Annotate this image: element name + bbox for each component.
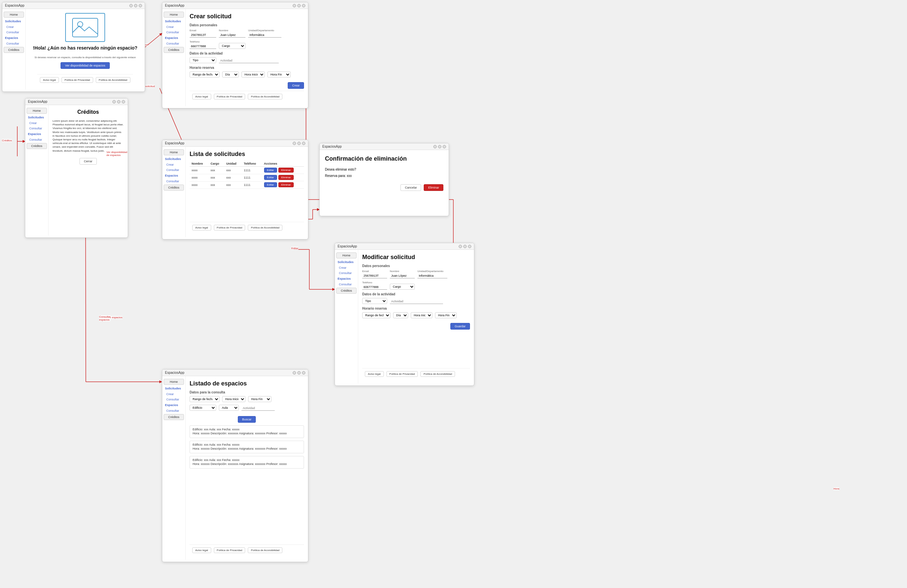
- espacios-hora-inicio-select[interactable]: Hora Inicio: [222, 396, 245, 402]
- modify-hora-inicio-select[interactable]: Hora Inicio: [411, 312, 433, 318]
- espacios-sidebar-consultar2-link[interactable]: Consultar: [163, 409, 184, 413]
- home-sidebar-home-btn[interactable]: Home: [4, 12, 24, 18]
- home-sidebar-consultar-link[interactable]: Consultar: [4, 30, 24, 34]
- modify-accesibilidad-btn[interactable]: Política de Accesibilidad: [420, 371, 455, 377]
- modify-hora-fin-select[interactable]: Hora Fin: [435, 312, 457, 318]
- credits-close-btn[interactable]: Cerrar: [80, 158, 97, 165]
- home-aviso-legal-btn[interactable]: Aviso legal: [40, 77, 59, 83]
- home-privacidad-btn[interactable]: Política de Privacidad: [61, 77, 93, 83]
- guardar-solicitud-btn[interactable]: Guardar: [450, 323, 470, 330]
- credits-sidebar-creditos-btn[interactable]: Créditos: [27, 143, 47, 149]
- hora-inicio-select[interactable]: Hora Inicio: [242, 72, 265, 77]
- delete-btn-2[interactable]: Eliminar: [278, 175, 294, 180]
- create-privacidad-btn[interactable]: Política de Privacidad: [214, 94, 245, 99]
- create-sidebar-crear-link[interactable]: Crear: [163, 25, 184, 29]
- maximize-btn[interactable]: [438, 145, 441, 148]
- delete-btn-1[interactable]: Eliminar: [278, 168, 294, 173]
- ver-disponibilidad-btn[interactable]: Ver disponibilidad de espacios: [61, 62, 109, 69]
- list-sidebar-consultar2-link[interactable]: Consultar: [163, 179, 184, 183]
- minimize-btn[interactable]: [112, 100, 116, 103]
- edit-btn-1[interactable]: Editar: [264, 168, 277, 173]
- create-sidebar-consultar-link[interactable]: Consultar: [163, 30, 184, 34]
- credits-sidebar-consultar-link[interactable]: Consultar: [27, 127, 47, 130]
- crear-solicitud-btn[interactable]: Crear: [288, 82, 304, 89]
- credits-sidebar-home-btn[interactable]: Home: [27, 108, 47, 114]
- edit-btn-2[interactable]: Editar: [264, 175, 277, 180]
- confirm-cancel-btn[interactable]: Cancelar: [401, 184, 421, 191]
- espacios-actividad-input[interactable]: [242, 406, 275, 411]
- hora-fin-select[interactable]: Hora Fin: [268, 72, 291, 77]
- maximize-btn[interactable]: [297, 371, 301, 375]
- telefono-input[interactable]: [189, 44, 216, 49]
- close-btn[interactable]: [139, 4, 142, 7]
- list-sidebar-crear-link[interactable]: Crear: [163, 163, 184, 167]
- list-sidebar-consultar-link[interactable]: Consultar: [163, 168, 184, 172]
- list-privacidad-btn[interactable]: Política de Privacidad: [214, 225, 245, 231]
- close-btn[interactable]: [302, 142, 305, 145]
- close-btn[interactable]: [443, 145, 446, 148]
- maximize-btn[interactable]: [117, 100, 120, 103]
- minimize-btn[interactable]: [293, 4, 296, 7]
- minimize-btn[interactable]: [459, 245, 462, 248]
- home-sidebar-crear-link[interactable]: Crear: [4, 25, 24, 29]
- maximize-btn[interactable]: [463, 245, 466, 248]
- close-btn[interactable]: [302, 4, 305, 7]
- minimize-btn[interactable]: [293, 142, 296, 145]
- cargo-select[interactable]: Cargo: [219, 43, 245, 49]
- espacios-accesibilidad-btn[interactable]: Política de Accesibilidad: [248, 548, 282, 553]
- confirm-delete-btn[interactable]: Eliminar: [424, 184, 443, 191]
- espacios-edificio-select[interactable]: Edificio: [189, 405, 216, 411]
- list-accesibilidad-btn[interactable]: Política de Accesibilidad: [248, 225, 282, 231]
- credits-sidebar-consultar2-link[interactable]: Consultar: [27, 138, 47, 142]
- espacios-aviso-legal-btn[interactable]: Aviso legal: [192, 548, 211, 553]
- tipo-select[interactable]: Tipo: [189, 57, 216, 63]
- list-sidebar-creditos-btn[interactable]: Créditos: [163, 184, 184, 191]
- espacios-aula-select[interactable]: Aula: [219, 405, 239, 411]
- create-sidebar-home-btn[interactable]: Home: [163, 12, 184, 18]
- close-btn[interactable]: [122, 100, 125, 103]
- edit-btn-3[interactable]: Editar: [264, 182, 277, 187]
- modify-unidad-input[interactable]: [417, 273, 447, 278]
- modify-aviso-legal-btn[interactable]: Aviso legal: [365, 371, 384, 377]
- close-btn[interactable]: [468, 245, 471, 248]
- maximize-btn[interactable]: [134, 4, 137, 7]
- home-accesibilidad-btn[interactable]: Política de Accesibilidad: [96, 77, 130, 83]
- minimize-btn[interactable]: [433, 145, 437, 148]
- modify-sidebar-consultar2-link[interactable]: Consultar: [336, 282, 357, 286]
- minimize-btn[interactable]: [130, 4, 133, 7]
- create-aviso-legal-btn[interactable]: Aviso legal: [192, 94, 211, 99]
- espacios-hora-fin-select[interactable]: Hora Fin: [248, 396, 271, 402]
- espacios-sidebar-home-btn[interactable]: Home: [163, 379, 184, 385]
- modify-cargo-select[interactable]: Cargo: [390, 284, 415, 290]
- modify-tipo-select[interactable]: Tipo: [362, 298, 387, 304]
- dia-select[interactable]: Día: [222, 72, 239, 77]
- close-btn[interactable]: [302, 371, 305, 375]
- create-accesibilidad-btn[interactable]: Política de Accesibilidad: [248, 94, 282, 99]
- modify-sidebar-crear-link[interactable]: Crear: [336, 266, 357, 270]
- buscar-btn[interactable]: Buscar: [238, 416, 256, 423]
- actividad-input[interactable]: [219, 58, 279, 63]
- espacios-sidebar-consultar-link[interactable]: Consultar: [163, 397, 184, 401]
- list-aviso-legal-btn[interactable]: Aviso legal: [192, 225, 211, 231]
- nombre-input[interactable]: [219, 33, 245, 38]
- modify-sidebar-creditos-btn[interactable]: Créditos: [336, 288, 357, 294]
- espacios-sidebar-crear-link[interactable]: Crear: [163, 392, 184, 396]
- minimize-btn[interactable]: [293, 371, 296, 375]
- unidad-input[interactable]: [248, 33, 281, 38]
- modify-rango-fechas-select[interactable]: Rango de fechas: [362, 312, 391, 318]
- modify-sidebar-consultar-link[interactable]: Consultar: [336, 271, 357, 275]
- modify-nombre-input[interactable]: [390, 273, 415, 278]
- maximize-btn[interactable]: [297, 142, 301, 145]
- modify-privacidad-btn[interactable]: Política de Privacidad: [386, 371, 418, 377]
- home-sidebar-consultar2-link[interactable]: Consultar: [4, 42, 24, 46]
- modify-sidebar-home-btn[interactable]: Home: [336, 252, 357, 258]
- modify-actividad-input[interactable]: [390, 299, 443, 304]
- list-sidebar-home-btn[interactable]: Home: [163, 149, 184, 155]
- email-input[interactable]: [189, 33, 216, 38]
- modify-dia-select[interactable]: Día: [393, 312, 408, 318]
- modify-telefono-input[interactable]: [362, 285, 387, 290]
- delete-btn-3[interactable]: Eliminar: [278, 182, 294, 187]
- maximize-btn[interactable]: [297, 4, 301, 7]
- rango-fechas-select[interactable]: Rango de fechas: [189, 72, 220, 77]
- create-sidebar-creditos-btn[interactable]: Créditos: [163, 47, 184, 53]
